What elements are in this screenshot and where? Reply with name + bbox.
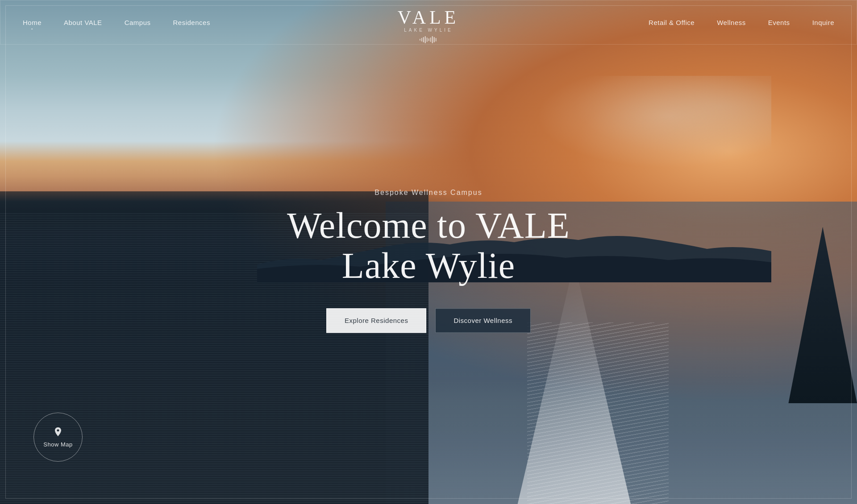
nav-item-inquire[interactable]: Inquire <box>812 19 834 26</box>
svg-rect-2 <box>423 37 424 42</box>
show-map-button[interactable]: Show Map <box>33 413 83 462</box>
hero-subtitle: Bespoke Wellness Campus <box>287 189 570 197</box>
logo-main-text: VALE <box>398 8 460 27</box>
hero-content: Bespoke Wellness Campus Welcome to VALE … <box>287 189 570 333</box>
svg-rect-5 <box>428 38 429 41</box>
map-pin-icon <box>53 426 63 438</box>
logo-wave-icon <box>420 36 437 43</box>
logo-tagline: LAKE WYLIE <box>404 28 453 33</box>
svg-rect-4 <box>427 37 428 42</box>
nav-item-home[interactable]: Home <box>23 19 42 26</box>
svg-rect-1 <box>421 38 422 41</box>
svg-rect-3 <box>425 36 426 43</box>
nav-item-residences[interactable]: Residences <box>173 19 210 26</box>
explore-residences-button[interactable]: Explore Residences <box>326 309 426 333</box>
show-map-label: Show Map <box>43 441 72 448</box>
nav-item-events[interactable]: Events <box>768 19 790 26</box>
hero-title: Welcome to VALE Lake Wylie <box>287 206 570 286</box>
hero-title-line2: Lake Wylie <box>287 246 570 286</box>
nav-item-campus[interactable]: Campus <box>125 19 151 26</box>
svg-rect-9 <box>436 38 437 41</box>
nav-left: Home About VALE Campus Residences <box>23 19 210 26</box>
logo[interactable]: VALE LAKE WYLIE <box>398 0 460 43</box>
hero-title-line1: Welcome to VALE <box>287 206 570 246</box>
svg-rect-7 <box>432 36 433 43</box>
nav-right: Retail & Office Wellness Events Inquire <box>649 19 834 26</box>
nav-item-about[interactable]: About VALE <box>64 19 102 26</box>
svg-rect-6 <box>430 37 431 42</box>
discover-wellness-button[interactable]: Discover Wellness <box>435 309 531 333</box>
svg-rect-0 <box>420 39 420 41</box>
hero-buttons: Explore Residences Discover Wellness <box>287 309 570 333</box>
clouds <box>514 76 771 177</box>
svg-rect-8 <box>434 37 435 42</box>
nav-item-retail[interactable]: Retail & Office <box>649 19 695 26</box>
nav-item-wellness[interactable]: Wellness <box>717 19 746 26</box>
